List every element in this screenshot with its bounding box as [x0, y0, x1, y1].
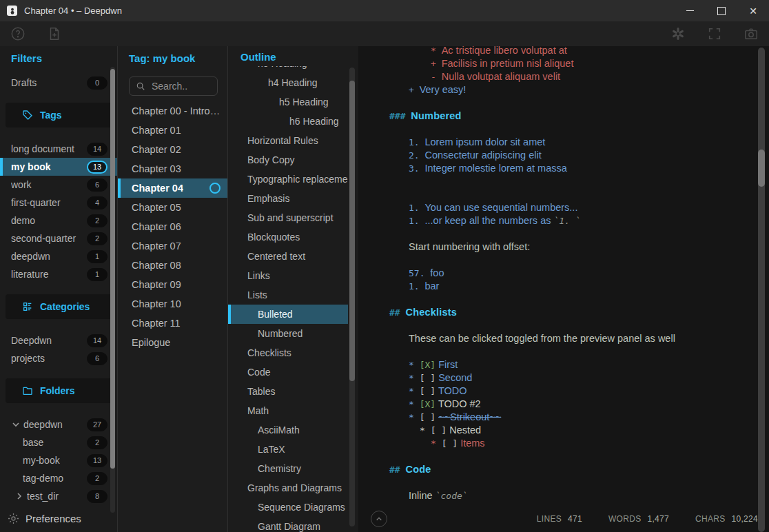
editor-line[interactable]	[358, 96, 752, 110]
editor-line[interactable]	[358, 345, 752, 358]
editor-line[interactable]	[358, 476, 752, 489]
outline-item[interactable]: Checklists	[228, 343, 348, 362]
file-row[interactable]: Chapter 09	[118, 275, 227, 294]
outline-item[interactable]: Blockquotes	[228, 227, 348, 247]
editor-line[interactable]	[358, 123, 752, 136]
editor-line[interactable]: * [X] First	[358, 358, 752, 371]
focus-mode-button[interactable]	[706, 25, 723, 42]
section-categories-header[interactable]: Categories	[6, 294, 112, 319]
section-tags-header[interactable]: Tags	[6, 103, 112, 127]
categorie-row[interactable]: Deepdwn14	[0, 331, 117, 349]
editor-line[interactable]: * [ ] ~~Strikeout~~	[358, 411, 752, 424]
maximize-button[interactable]	[706, 0, 737, 21]
editor-line[interactable]	[358, 254, 752, 267]
editor-line[interactable]: * Ac tristique libero volutpat at	[358, 46, 752, 57]
file-row[interactable]: Chapter 10	[118, 294, 227, 314]
outline-item[interactable]: Lists	[228, 285, 348, 305]
folder-row[interactable]: tag-demo2	[0, 469, 117, 487]
tag-row[interactable]: demo2	[0, 212, 117, 229]
editor-panel[interactable]: * Ac tristique libero volutpat at+ Facil…	[358, 46, 769, 532]
editor-line[interactable]: ## Checklists	[358, 306, 752, 319]
editor-scrollbar-thumb[interactable]	[758, 150, 765, 187]
tag-row[interactable]: my book13	[0, 158, 117, 176]
file-row[interactable]: Epilogue	[118, 333, 227, 352]
editor-line[interactable]	[358, 175, 752, 188]
editor-line[interactable]: 2. Consectetur adipiscing elit	[358, 149, 752, 162]
editor-line[interactable]: - Nulla volutpat aliquam velit	[358, 70, 752, 83]
file-row[interactable]: Chapter 11	[118, 314, 227, 333]
screenshot-button[interactable]	[743, 25, 759, 42]
minimize-button[interactable]	[674, 0, 706, 21]
editor-line[interactable]: ## Code	[358, 463, 752, 476]
outline-item[interactable]: Horizontal Rules	[228, 131, 348, 150]
file-row[interactable]: Chapter 01	[118, 121, 227, 140]
folder-row[interactable]: base2	[0, 433, 117, 451]
editor-scrollbar-track[interactable]	[758, 48, 765, 532]
categorie-row[interactable]: projects6	[0, 349, 117, 367]
editor-line[interactable]: + Very easy!	[358, 83, 752, 96]
search-input[interactable]	[150, 80, 211, 92]
outline-item[interactable]: h5 Heading	[228, 92, 348, 112]
outline-item[interactable]: LaTeX	[228, 440, 348, 459]
outline-item[interactable]: Chemistry	[228, 459, 348, 478]
editor-line[interactable]: * [ ] Second	[358, 371, 752, 385]
outline-item[interactable]: Gantt Diagram	[228, 517, 348, 532]
editor-line[interactable]	[358, 188, 752, 201]
new-file-button[interactable]	[46, 25, 63, 42]
outline-scrollbar-thumb[interactable]	[349, 81, 355, 381]
tag-row[interactable]: first-quarter4	[0, 194, 117, 212]
fold-button[interactable]	[371, 511, 387, 527]
outline-item[interactable]: Math	[228, 401, 348, 420]
editor-line[interactable]: + Facilisis in pretium nisl aliquet	[358, 57, 752, 70]
folder-row[interactable]: my-book13	[0, 451, 117, 469]
outline-item[interactable]: Bulleted	[228, 305, 348, 324]
editor-line[interactable]: 1. Lorem ipsum dolor sit amet	[358, 136, 752, 149]
outline-item[interactable]: Centered text	[228, 247, 348, 266]
theme-button[interactable]	[670, 25, 686, 42]
outline-item[interactable]: Numbered	[228, 324, 348, 343]
editor-line[interactable]: * [ ] Nested	[358, 424, 752, 437]
filters-scrollbar-thumb[interactable]	[110, 69, 115, 469]
drafts-row[interactable]: Drafts 0	[0, 74, 117, 92]
chevron-right-icon[interactable]	[14, 491, 24, 501]
tag-row[interactable]: deepdwn1	[0, 247, 117, 265]
outline-item[interactable]: Links	[228, 266, 348, 285]
outline-item[interactable]: h4 Heading	[228, 73, 348, 92]
editor-line[interactable]	[358, 227, 752, 241]
editor-line[interactable]: * [ ] Items	[358, 437, 752, 450]
tag-row[interactable]: second-quarter2	[0, 229, 117, 247]
section-folders-header[interactable]: Folders	[6, 378, 112, 403]
outline-item[interactable]: Tables	[228, 382, 348, 401]
editor-line[interactable]	[358, 450, 752, 463]
editor-line[interactable]: * [ ] TODO	[358, 385, 752, 398]
editor-line[interactable]	[358, 319, 752, 332]
file-row[interactable]: Chapter 07	[118, 236, 227, 256]
preferences-button[interactable]: Preferences	[7, 512, 81, 525]
tag-row[interactable]: work6	[0, 176, 117, 194]
outline-item[interactable]: Body Copy	[228, 150, 348, 170]
file-row[interactable]: Chapter 02	[118, 140, 227, 159]
close-button[interactable]: ✕	[737, 0, 769, 21]
file-row[interactable]: Chapter 05	[118, 198, 227, 217]
folder-row[interactable]: deepdwn27	[0, 416, 117, 433]
editor-line[interactable]: 3. Integer molestie lorem at massa	[358, 162, 752, 175]
editor-line[interactable]: * [X] TODO #2	[358, 398, 752, 411]
outline-item[interactable]: Emphasis	[228, 189, 348, 208]
editor-line[interactable]: 1. You can use sequential numbers...	[358, 201, 752, 214]
tag-row[interactable]: literature1	[0, 265, 117, 283]
file-row[interactable]: Chapter 08	[118, 256, 227, 275]
editor-line[interactable]	[358, 293, 752, 306]
editor-line[interactable]: 1. ...or keep all the numbers as `1. `	[358, 214, 752, 227]
editor-line[interactable]: 57. foo	[358, 267, 752, 280]
outline-item[interactable]: Typographic replacements	[228, 170, 348, 189]
editor-line[interactable]: ### Numbered	[358, 110, 752, 123]
file-row[interactable]: Chapter 06	[118, 217, 227, 236]
file-row[interactable]: Chapter 04	[118, 178, 227, 198]
outline-item[interactable]: AsciiMath	[228, 420, 348, 440]
outline-item[interactable]: Code	[228, 362, 348, 382]
help-button[interactable]	[10, 25, 26, 42]
outline-item[interactable]: h6 Heading	[228, 112, 348, 131]
folder-row[interactable]: test_dir8	[0, 487, 117, 505]
editor-line[interactable]: These can be clicked toggled from the pr…	[358, 332, 752, 345]
outline-item[interactable]: Sequence Diagrams	[228, 498, 348, 517]
